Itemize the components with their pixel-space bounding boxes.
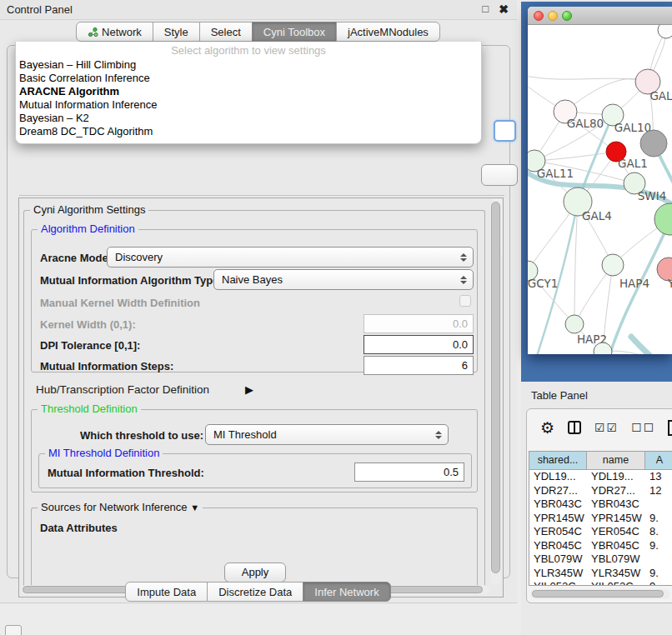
tab-network[interactable]: Network — [76, 22, 153, 42]
table-cell: YLR345W — [587, 567, 645, 581]
threshold-definition-group: Threshold Definition Which threshold to … — [31, 409, 478, 492]
tab-select[interactable]: Select — [199, 22, 253, 42]
table-cell: 9 — [645, 580, 672, 585]
node-label-gal4: GAL4 — [582, 209, 612, 222]
table-cell: 12 — [645, 484, 672, 498]
minimize-traffic-icon[interactable] — [548, 11, 558, 21]
algorithm-option-basic-correlation-inference[interactable]: Basic Correlation Inference — [16, 72, 481, 85]
collapsed-panel-button[interactable] — [5, 625, 22, 635]
table-cell: 13 — [645, 470, 672, 484]
table-row[interactable]: YDR27...YDR27...12 — [529, 484, 672, 498]
table-cell — [645, 552, 672, 567]
apply-button[interactable]: Apply — [224, 562, 286, 582]
tab-jactivemnodules[interactable]: jActiveMNodules — [336, 22, 440, 42]
split-columns-icon[interactable] — [567, 420, 582, 435]
column-header-a[interactable]: A — [645, 452, 672, 470]
network-node[interactable] — [640, 130, 667, 157]
tab-style[interactable]: Style — [153, 22, 200, 42]
table-row[interactable]: YDL19...YDL19...13 — [529, 470, 672, 484]
mi-threshold-field[interactable]: 0.5 — [354, 462, 464, 482]
algorithm-option-list: Bayesian – Hill ClimbingBasic Correlatio… — [16, 58, 481, 138]
node-label-gal1: GAL1 — [618, 157, 648, 170]
table-cell: YER054C — [529, 525, 587, 539]
algorithm-dropdown-popup: Select algorithm to view settings Bayesi… — [15, 42, 482, 144]
unchecked-columns-icon[interactable]: ☐☐ — [631, 421, 655, 434]
node-label-gcy1: GCY1 — [528, 277, 558, 290]
float-window-icon[interactable]: □ — [482, 2, 489, 15]
dpi-tolerance-field[interactable]: 0.0 — [364, 335, 474, 354]
table-cell — [645, 498, 672, 512]
table-cell: YPR145W — [587, 512, 645, 526]
network-view-frame: GALGAL80GAL10GAL1GAL11SWI4GAL4GCY1HAP4YH… — [521, 2, 672, 382]
table-row[interactable]: YBL079WYBL079W — [529, 552, 672, 567]
column-header-shared[interactable]: shared... — [529, 452, 587, 470]
algorithm-option-mutual-information-inference[interactable]: Mutual Information Inference — [16, 98, 481, 112]
network-node[interactable] — [654, 203, 672, 235]
network-edge[interactable] — [631, 337, 672, 354]
network-edge[interactable] — [534, 152, 616, 161]
table-cell: YBR045C — [587, 539, 645, 553]
network-node-hap4[interactable] — [602, 254, 624, 276]
network-window: GALGAL80GAL10GAL1GAL11SWI4GAL4GCY1HAP4YH… — [528, 7, 672, 354]
gear-icon[interactable]: ⚙ — [540, 418, 554, 438]
column-header-name[interactable]: name — [587, 452, 645, 470]
dropdown-prompt: Select algorithm to view settings — [16, 42, 481, 58]
table-cell: YIL052C — [587, 580, 645, 585]
algorithm-option-dream8-dc-tdc-algorithm[interactable]: Dream8 DC_TDC Algorithm — [16, 125, 481, 138]
export-table-icon[interactable] — [668, 420, 672, 436]
tab-label: Select — [211, 22, 241, 42]
stepper-arrows-icon — [434, 431, 442, 439]
tab-label: Impute Data — [137, 582, 196, 602]
checked-columns-icon[interactable]: ☑☑ — [594, 421, 619, 434]
network-node[interactable] — [658, 25, 672, 38]
network-node-hap2[interactable] — [565, 315, 584, 333]
tab-discretize-data[interactable]: Discretize Data — [207, 582, 303, 602]
mi-algorithm-type-combo[interactable]: Naive Bayes — [213, 269, 474, 290]
mi-algorithm-type-label: Mutual Information Algorithm Type: — [40, 274, 223, 287]
table-cell: 8. — [645, 525, 672, 539]
data-attributes-label: Data Attributes — [40, 522, 118, 534]
table-row[interactable]: YIL052CYIL052C9 — [529, 580, 672, 585]
tab-cyni-toolbox[interactable]: Cyni Toolbox — [252, 22, 337, 42]
manual-kernel-width-checkbox[interactable] — [459, 295, 471, 307]
zoom-traffic-icon[interactable] — [562, 11, 572, 21]
table-horizontal-scrollbar[interactable] — [530, 589, 670, 599]
tab-label: jActiveMNodules — [348, 22, 429, 42]
table-panel-card: ⚙ ☑☑ ☐☐ shared...nameA YDL19...YDL19...1… — [526, 408, 672, 603]
table-row[interactable]: YBR043CYBR043C — [529, 498, 672, 512]
aracne-mode-value: Discovery — [108, 251, 459, 263]
sources-title: Sources for Network Inference — [41, 501, 188, 513]
network-icon — [88, 27, 98, 38]
tab-label: Network — [102, 22, 142, 42]
table-row[interactable]: YPR145WYPR145W9. — [529, 512, 672, 526]
settings-vertical-scrollbar[interactable] — [490, 200, 501, 585]
table-selector-combo-partial[interactable] — [481, 164, 518, 186]
algorithm-option-aracne-algorithm[interactable]: ARACNE Algorithm — [16, 85, 481, 98]
aracne-mode-combo[interactable]: Discovery — [107, 247, 474, 268]
algorithm-definition-group: Algorithm Definition Aracne Mode: Discov… — [31, 229, 478, 372]
close-icon[interactable]: ✖ — [499, 2, 509, 16]
inference-algorithm-combo-partial[interactable] — [494, 120, 516, 142]
node-table: shared...nameA YDL19...YDL19...13YDR27..… — [529, 451, 672, 586]
table-row[interactable]: YBR045CYBR045C9. — [529, 539, 672, 553]
aracne-mode-label: Aracne Mode: — [40, 252, 112, 264]
network-window-titlebar[interactable] — [528, 7, 672, 25]
table-cell: YBR043C — [529, 498, 587, 512]
algorithm-option-bayesian-k2[interactable]: Bayesian – K2 — [16, 112, 481, 125]
network-edge[interactable] — [603, 351, 672, 354]
tab-impute-data[interactable]: Impute Data — [125, 582, 208, 602]
expand-right-icon[interactable]: ▶ — [245, 383, 253, 396]
network-canvas[interactable]: GALGAL80GAL10GAL1GAL11SWI4GAL4GCY1HAP4YH… — [528, 25, 672, 354]
hub-definition-label[interactable]: Hub/Transcription Factor Definition — [36, 383, 209, 396]
mi-steps-field[interactable]: 6 — [364, 356, 474, 375]
algorithm-option-bayesian-hill-climbing[interactable]: Bayesian – Hill Climbing — [16, 58, 481, 72]
node-label-gal80: GAL80 — [567, 117, 604, 130]
stepper-arrows-icon — [459, 276, 467, 284]
which-threshold-combo[interactable]: MI Threshold — [205, 424, 449, 445]
table-row[interactable]: YLR345WYLR345W9. — [529, 567, 672, 581]
table-row[interactable]: YER054CYER054C8. — [529, 525, 672, 539]
close-traffic-icon[interactable] — [534, 11, 544, 21]
panel-divider — [19, 195, 504, 196]
tab-infer-network[interactable]: Infer Network — [303, 582, 390, 602]
collapse-down-icon[interactable]: ▼ — [190, 502, 199, 512]
